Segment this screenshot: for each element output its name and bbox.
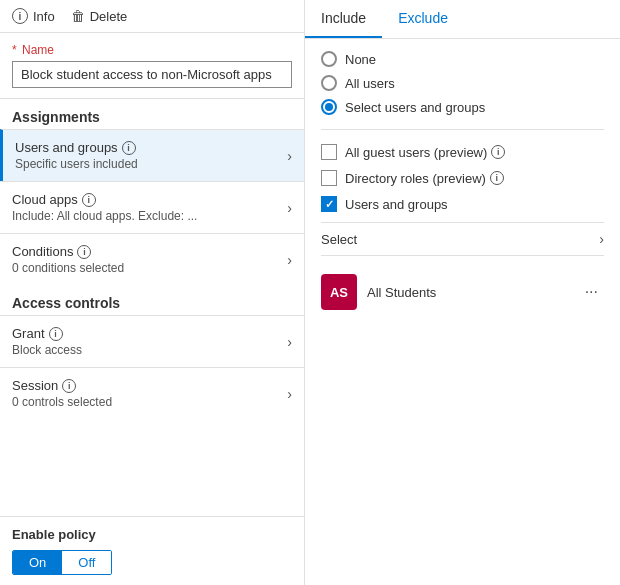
radio-all-users[interactable]: All users xyxy=(321,75,604,91)
checkbox-directory-roles[interactable]: Directory roles (preview) i xyxy=(321,170,604,186)
user-list: AS All Students ··· xyxy=(321,266,604,318)
right-panel: Include Exclude None All users Select us… xyxy=(305,0,620,585)
checkbox-all-guest-label: All guest users (preview) i xyxy=(345,145,505,160)
conditions-title: Conditions i xyxy=(12,244,124,259)
users-groups-content: Users and groups i Specific users includ… xyxy=(15,140,138,171)
cloud-apps-content: Cloud apps i Include: All cloud apps. Ex… xyxy=(12,192,197,223)
assignments-header: Assignments xyxy=(0,99,304,129)
all-guest-info-icon[interactable]: i xyxy=(491,145,505,159)
grant-info-icon[interactable]: i xyxy=(49,327,63,341)
checkbox-directory-roles-label: Directory roles (preview) i xyxy=(345,171,504,186)
users-groups-title: Users and groups i xyxy=(15,140,138,155)
radio-all-users-circle xyxy=(321,75,337,91)
enable-policy-section: Enable policy On Off xyxy=(0,516,304,585)
radio-none-circle xyxy=(321,51,337,67)
conditions-content: Conditions i 0 conditions selected xyxy=(12,244,124,275)
users-groups-chevron: › xyxy=(287,148,292,164)
radio-select-users-label: Select users and groups xyxy=(345,100,485,115)
radio-all-users-label: All users xyxy=(345,76,395,91)
session-info-icon[interactable]: i xyxy=(62,379,76,393)
radio-none[interactable]: None xyxy=(321,51,604,67)
session-chevron: › xyxy=(287,386,292,402)
right-content: None All users Select users and groups A… xyxy=(305,39,620,330)
left-panel: i Info 🗑 Delete * Name Assignments Users… xyxy=(0,0,305,585)
cloud-apps-subtitle: Include: All cloud apps. Exclude: ... xyxy=(12,209,197,223)
enable-policy-label: Enable policy xyxy=(12,527,292,542)
checkbox-directory-roles-box xyxy=(321,170,337,186)
trash-icon: 🗑 xyxy=(71,8,85,24)
radio-none-label: None xyxy=(345,52,376,67)
toggle-off-button[interactable]: Off xyxy=(62,551,111,574)
grant-chevron: › xyxy=(287,334,292,350)
delete-button[interactable]: 🗑 Delete xyxy=(71,8,128,24)
name-section: * Name xyxy=(0,33,304,99)
tab-include[interactable]: Include xyxy=(305,0,382,38)
divider-1 xyxy=(321,129,604,130)
grant-title: Grant i xyxy=(12,326,82,341)
radio-select-users-circle xyxy=(321,99,337,115)
cloud-apps-nav[interactable]: Cloud apps i Include: All cloud apps. Ex… xyxy=(0,181,304,233)
user-avatar: AS xyxy=(321,274,357,310)
info-button[interactable]: i Info xyxy=(12,8,55,24)
required-asterisk: * xyxy=(12,43,17,57)
users-groups-info-icon[interactable]: i xyxy=(122,141,136,155)
directory-roles-info-icon[interactable]: i xyxy=(490,171,504,185)
info-label: Info xyxy=(33,9,55,24)
select-text: Select xyxy=(321,232,357,247)
checkbox-all-guest-box xyxy=(321,144,337,160)
conditions-subtitle: 0 conditions selected xyxy=(12,261,124,275)
checkbox-users-groups-label: Users and groups xyxy=(345,197,448,212)
session-subtitle: 0 controls selected xyxy=(12,395,112,409)
grant-nav[interactable]: Grant i Block access › xyxy=(0,315,304,367)
grant-subtitle: Block access xyxy=(12,343,82,357)
toggle-group: On Off xyxy=(12,550,112,575)
conditions-chevron: › xyxy=(287,252,292,268)
conditions-info-icon[interactable]: i xyxy=(77,245,91,259)
users-groups-nav[interactable]: Users and groups i Specific users includ… xyxy=(0,129,304,181)
radio-group: None All users Select users and groups xyxy=(321,51,604,115)
checkbox-users-groups[interactable]: Users and groups xyxy=(321,196,604,212)
cloud-apps-chevron: › xyxy=(287,200,292,216)
delete-label: Delete xyxy=(90,9,128,24)
cloud-apps-title: Cloud apps i xyxy=(12,192,197,207)
info-icon: i xyxy=(12,8,28,24)
name-label: * Name xyxy=(12,43,292,57)
user-name: All Students xyxy=(367,285,569,300)
top-toolbar: i Info 🗑 Delete xyxy=(0,0,304,33)
access-controls-header: Access controls xyxy=(0,285,304,315)
checkbox-users-groups-box xyxy=(321,196,337,212)
users-groups-subtitle: Specific users included xyxy=(15,157,138,171)
radio-select-users[interactable]: Select users and groups xyxy=(321,99,604,115)
cloud-apps-info-icon[interactable]: i xyxy=(82,193,96,207)
name-input[interactable] xyxy=(12,61,292,88)
tab-exclude[interactable]: Exclude xyxy=(382,0,464,38)
select-row[interactable]: Select › xyxy=(321,222,604,256)
session-title: Session i xyxy=(12,378,112,393)
select-chevron: › xyxy=(599,231,604,247)
grant-content: Grant i Block access xyxy=(12,326,82,357)
user-item: AS All Students ··· xyxy=(321,266,604,318)
user-ellipsis-button[interactable]: ··· xyxy=(579,281,604,303)
toggle-on-button[interactable]: On xyxy=(13,551,62,574)
conditions-nav[interactable]: Conditions i 0 conditions selected › xyxy=(0,233,304,285)
session-nav[interactable]: Session i 0 controls selected › xyxy=(0,367,304,419)
checkbox-group: All guest users (preview) i Directory ro… xyxy=(321,144,604,212)
checkbox-all-guest[interactable]: All guest users (preview) i xyxy=(321,144,604,160)
session-content: Session i 0 controls selected xyxy=(12,378,112,409)
tab-row: Include Exclude xyxy=(305,0,620,39)
